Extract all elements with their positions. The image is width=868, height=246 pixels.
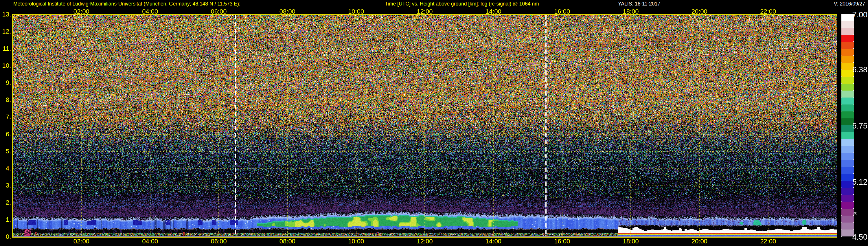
colorbar-segment: [841, 91, 854, 97]
y-tick-label: 12.: [0, 28, 11, 36]
colorbar-segment: [841, 146, 854, 153]
colorbar-segment: [841, 56, 854, 63]
x-tick-label-top: 22:00: [760, 8, 776, 16]
colorbar-segment: [841, 77, 854, 84]
x-tick-label-bottom: 16:00: [554, 238, 570, 245]
colorbar-segment: [841, 112, 854, 118]
x-tick-label-bottom: 18:00: [623, 238, 639, 245]
y-tick-label: 5.: [0, 148, 11, 155]
x-tick-label-top: 18:00: [623, 8, 639, 16]
colorbar-segment: [841, 28, 854, 35]
colorbar-segment: [841, 160, 854, 167]
colorbar-segment: [841, 132, 854, 139]
y-tick-label: 1.: [0, 216, 11, 223]
x-tick-label-top: 16:00: [554, 8, 570, 16]
colorbar-segment: [841, 104, 854, 112]
colorbar-segment: [841, 216, 854, 222]
y-tick-label: 3.: [0, 182, 11, 189]
colorbar-segment: [841, 153, 854, 160]
version-label: V: 2016/09/27: [834, 1, 865, 7]
institute-title: Meteorological Institute of Ludwig-Maxim…: [13, 1, 241, 7]
x-tick-label-bottom: 02:00: [73, 238, 89, 245]
colorbar-tick: [841, 236, 842, 237]
x-tick-label-bottom: 14:00: [486, 238, 501, 245]
x-tick-label-bottom: 06:00: [211, 238, 226, 245]
signal-heatmap-canvas: [13, 15, 837, 237]
colorbar-segment: [841, 139, 854, 146]
y-tick-label: 2.: [0, 199, 11, 206]
x-tick-label-bottom: 22:00: [760, 238, 776, 245]
x-tick-label-top: 14:00: [486, 8, 501, 16]
x-tick-label-bottom: 10:00: [348, 238, 364, 245]
colorbar-segment: [841, 188, 854, 195]
plot-title: Time [UTC] vs. Height above ground [km]:…: [385, 1, 539, 7]
y-tick-label: 11.: [0, 45, 11, 53]
colorbar-segment: [841, 35, 854, 42]
x-tick-label-bottom: 04:00: [142, 238, 158, 245]
x-tick-label-top: 20:00: [691, 8, 707, 16]
x-tick-label-bottom: 12:00: [416, 238, 433, 245]
y-tick-label: 0.: [0, 233, 11, 241]
quicklook-root: Meteorological Institute of Ludwig-Maxim…: [0, 0, 868, 246]
y-tick-label: 6.: [0, 130, 11, 138]
colorbar-tick-label: 7.00: [851, 10, 867, 20]
colorbar-segment: [841, 202, 854, 209]
y-tick-label: 13.: [0, 11, 11, 18]
colorbar-segment: [841, 167, 854, 174]
colorbar-tick-label: 5.75: [851, 122, 867, 130]
colorbar-segment: [841, 84, 854, 91]
y-tick-label: 8.: [0, 96, 11, 104]
colorbar-eq-label: eq: [852, 210, 858, 216]
y-tick-label: 4.: [0, 165, 11, 172]
x-tick-label-bottom: 20:00: [691, 238, 707, 245]
colorbar-segment: [841, 97, 854, 104]
y-tick-label: 7.: [0, 114, 11, 121]
colorbar-segment: [841, 49, 854, 56]
y-tick-label: 10.: [0, 62, 11, 70]
x-tick-label-top: 06:00: [211, 8, 226, 16]
x-tick-label-bottom: 08:00: [279, 238, 296, 245]
x-tick-label-top: 02:00: [73, 8, 89, 16]
x-tick-label-top: 10:00: [348, 8, 364, 16]
x-tick-label-top: 04:00: [142, 8, 158, 16]
colorbar-segment: [841, 21, 854, 28]
colorbar-tick-label: 5.12: [851, 177, 867, 186]
colorbar-segment: [841, 222, 854, 229]
colorbar-segment: [841, 195, 854, 202]
colorbar-segment: [841, 42, 854, 49]
colorbar-tick-label: 4.50: [851, 233, 867, 242]
colorbar-tick-label: 6.38: [851, 65, 867, 74]
x-tick-label-top: 12:00: [416, 8, 433, 16]
y-tick-label: 9.: [0, 79, 11, 87]
x-tick-label-top: 08:00: [279, 8, 296, 16]
time-height-plot: [12, 14, 837, 238]
station-date: YALIS: 16-11-2017: [618, 1, 660, 7]
